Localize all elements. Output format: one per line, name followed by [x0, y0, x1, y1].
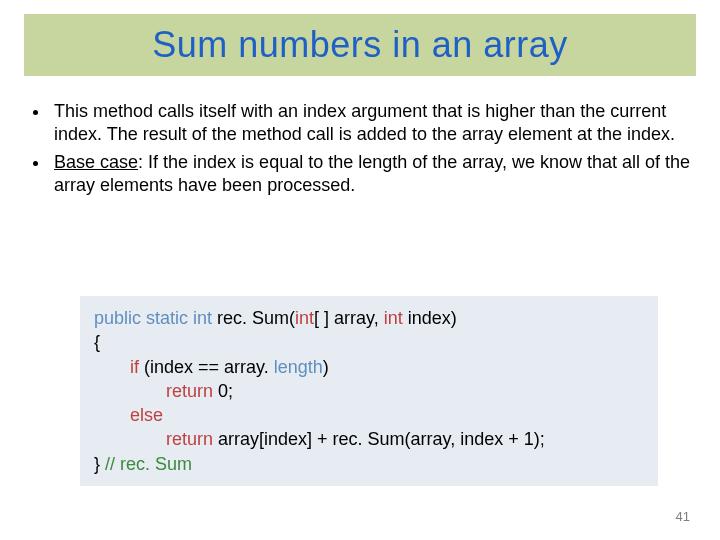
code-token-type: int	[295, 308, 314, 328]
code-line: {	[94, 330, 644, 354]
bullet-list: This method calls itself with an index a…	[28, 100, 692, 196]
code-token: array[index] + rec. Sum(array, index + 1…	[213, 429, 545, 449]
code-token-keyword: else	[130, 405, 163, 425]
code-token: rec. Sum(	[217, 308, 295, 328]
code-token-modifiers: public static int	[94, 308, 217, 328]
code-token-keyword: if	[130, 357, 139, 377]
bullet-item: This method calls itself with an index a…	[50, 100, 692, 145]
code-line: } // rec. Sum	[94, 452, 644, 476]
code-block: public static int rec. Sum(int[ ] array,…	[80, 296, 658, 486]
code-line: else	[94, 403, 644, 427]
page-number: 41	[676, 509, 690, 524]
code-line: return 0;	[94, 379, 644, 403]
code-line: if (index == array. length)	[94, 355, 644, 379]
title-band: Sum numbers in an array	[24, 14, 696, 76]
base-case-label: Base case	[54, 152, 138, 172]
code-token: 0;	[213, 381, 233, 401]
slide: Sum numbers in an array This method call…	[0, 0, 720, 540]
bullet-item: Base case: If the index is equal to the …	[50, 151, 692, 196]
code-token: [ ] array,	[314, 308, 384, 328]
code-line: public static int rec. Sum(int[ ] array,…	[94, 306, 644, 330]
code-token: (index == array.	[139, 357, 274, 377]
bullet-text: : If the index is equal to the length of…	[54, 152, 690, 195]
body-text: This method calls itself with an index a…	[28, 100, 692, 202]
code-token-keyword: return	[166, 381, 213, 401]
code-token: index)	[403, 308, 457, 328]
code-token: }	[94, 454, 105, 474]
code-token: )	[323, 357, 329, 377]
code-token-comment: // rec. Sum	[105, 454, 192, 474]
code-line: return array[index] + rec. Sum(array, in…	[94, 427, 644, 451]
code-token-keyword: return	[166, 429, 213, 449]
bullet-text: This method calls itself with an index a…	[54, 101, 675, 144]
slide-title: Sum numbers in an array	[152, 24, 568, 66]
code-token-type: int	[384, 308, 403, 328]
code-token-property: length	[274, 357, 323, 377]
